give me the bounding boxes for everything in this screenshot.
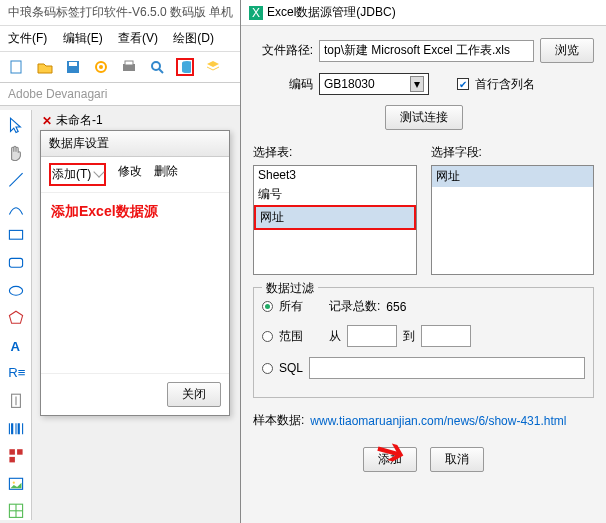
radio-range-label: 范围 — [279, 328, 303, 345]
sample-link[interactable]: www.tiaomaruanjian.com/news/6/show-431.h… — [310, 414, 566, 428]
close-tab-icon[interactable]: ✕ — [42, 114, 52, 128]
save-icon[interactable] — [64, 58, 82, 76]
qr-icon[interactable] — [7, 447, 25, 465]
polygon-icon[interactable] — [7, 309, 25, 327]
from-input[interactable] — [347, 325, 397, 347]
ellipse-icon[interactable] — [7, 282, 25, 300]
document-tab[interactable]: ✕ 未命名-1 — [42, 112, 103, 129]
fields-label: 选择字段: — [431, 144, 595, 161]
layers-icon[interactable] — [204, 58, 222, 76]
header-label: 首行含列名 — [475, 76, 535, 93]
svg-text:A: A — [10, 339, 20, 354]
richtext-icon[interactable]: R≡ — [7, 364, 25, 382]
encoding-label: 编码 — [253, 76, 313, 93]
svg-point-4 — [99, 65, 103, 69]
preview-icon[interactable] — [148, 58, 166, 76]
dialog-title: X Excel数据源管理(JDBC) — [241, 0, 606, 26]
excel-icon: X — [249, 6, 263, 20]
db-close-button[interactable]: 关闭 — [167, 382, 221, 407]
svg-rect-19 — [17, 449, 22, 454]
svg-text:R≡: R≡ — [8, 366, 25, 381]
from-label: 从 — [329, 328, 341, 345]
list-item-selected[interactable]: 网址 — [254, 205, 416, 230]
tables-listbox[interactable]: Sheet3 编号 网址 — [253, 165, 417, 275]
count-label: 记录总数: — [329, 298, 380, 315]
print-icon[interactable] — [120, 58, 138, 76]
svg-rect-2 — [69, 62, 77, 66]
pointer-icon[interactable] — [7, 116, 25, 134]
to-label: 到 — [403, 328, 415, 345]
filter-title: 数据过滤 — [262, 280, 318, 297]
list-item[interactable]: Sheet3 — [254, 166, 416, 184]
encoding-select[interactable]: GB18030▾ — [319, 73, 429, 95]
db-delete-button[interactable]: 删除 — [154, 163, 178, 186]
svg-point-7 — [152, 62, 160, 70]
curve-icon[interactable] — [7, 199, 25, 217]
count-value: 656 — [386, 300, 406, 314]
image-icon[interactable] — [7, 475, 25, 493]
header-checkbox[interactable]: ✔ — [457, 78, 469, 90]
svg-point-22 — [12, 481, 14, 483]
path-input[interactable] — [319, 40, 534, 62]
path-label: 文件路径: — [253, 42, 313, 59]
svg-rect-12 — [9, 258, 22, 267]
tool-sidebar: A R≡ — [0, 110, 32, 520]
menu-file[interactable]: 文件(F) — [8, 31, 47, 45]
svg-line-8 — [159, 69, 163, 73]
chevron-down-icon — [93, 166, 104, 177]
svg-rect-20 — [9, 457, 14, 462]
svg-line-10 — [9, 173, 22, 186]
excel-source-dialog: X Excel数据源管理(JDBC) 文件路径: 浏览 编码 GB18030▾ … — [240, 0, 606, 523]
text-icon[interactable]: A — [7, 337, 25, 355]
filter-group: 数据过滤 所有 记录总数: 656 范围 从 到 SQL — [253, 287, 594, 398]
roundrect-icon[interactable] — [7, 254, 25, 272]
db-settings-panel: 数据库设置 添加(T) 修改 删除 添加Excel数据源 关闭 — [40, 130, 230, 416]
menu-view[interactable]: 查看(V) — [118, 31, 158, 45]
db-add-button[interactable]: 添加(T) — [49, 163, 106, 186]
svg-rect-18 — [9, 449, 14, 454]
menu-edit[interactable]: 编辑(E) — [63, 31, 103, 45]
tables-label: 选择表: — [253, 144, 417, 161]
database-icon[interactable] — [176, 58, 194, 76]
db-hint-text: 添加Excel数据源 — [51, 203, 219, 221]
svg-text:X: X — [252, 6, 260, 20]
font-name: Adobe Devanagari — [8, 87, 107, 101]
db-panel-title: 数据库设置 — [41, 131, 229, 157]
add-button[interactable]: 添加 — [363, 447, 417, 472]
svg-rect-11 — [9, 231, 22, 240]
rect-icon[interactable] — [7, 226, 25, 244]
db-modify-button[interactable]: 修改 — [118, 163, 142, 186]
new-icon[interactable] — [8, 58, 26, 76]
to-input[interactable] — [421, 325, 471, 347]
tab-label: 未命名-1 — [56, 112, 103, 129]
open-icon[interactable] — [36, 58, 54, 76]
hand-icon[interactable] — [7, 144, 25, 162]
grid-icon[interactable] — [7, 502, 25, 520]
svg-point-13 — [9, 286, 22, 295]
vtext-icon[interactable] — [7, 392, 25, 410]
svg-rect-6 — [125, 61, 133, 65]
test-connection-button[interactable]: 测试连接 — [385, 105, 463, 130]
menu-draw[interactable]: 绘图(D) — [173, 31, 214, 45]
gear-icon[interactable] — [92, 58, 110, 76]
fields-listbox[interactable]: 网址 — [431, 165, 595, 275]
radio-sql[interactable] — [262, 363, 273, 374]
radio-range[interactable] — [262, 331, 273, 342]
line-icon[interactable] — [7, 171, 25, 189]
radio-sql-label: SQL — [279, 361, 303, 375]
svg-rect-0 — [11, 61, 21, 73]
barcode-icon[interactable] — [7, 420, 25, 438]
sample-label: 样本数据: — [253, 412, 304, 429]
browse-button[interactable]: 浏览 — [540, 38, 594, 63]
list-item[interactable]: 编号 — [254, 184, 416, 205]
sql-input[interactable] — [309, 357, 585, 379]
radio-all-label: 所有 — [279, 298, 303, 315]
radio-all[interactable] — [262, 301, 273, 312]
cancel-button[interactable]: 取消 — [430, 447, 484, 472]
list-item-selected[interactable]: 网址 — [432, 166, 594, 187]
